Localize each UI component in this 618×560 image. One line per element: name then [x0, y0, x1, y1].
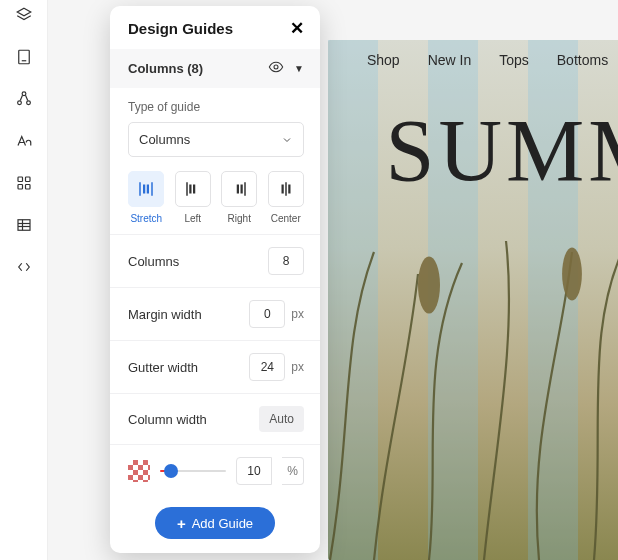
layers-icon[interactable]	[15, 6, 33, 28]
svg-rect-9	[18, 220, 30, 231]
svg-point-4	[26, 101, 30, 105]
svg-point-14	[562, 248, 582, 301]
column-width-value[interactable]: Auto	[259, 406, 304, 432]
opacity-unit: %	[282, 457, 304, 485]
tool-rail	[0, 0, 48, 560]
svg-rect-6	[25, 177, 30, 182]
guide-type-select[interactable]: Columns	[128, 122, 304, 157]
svg-point-3	[17, 101, 21, 105]
svg-point-2	[22, 92, 26, 96]
margin-row: Margin width px	[110, 287, 320, 340]
apps-icon[interactable]	[15, 174, 33, 196]
margin-input[interactable]	[249, 300, 285, 328]
svg-rect-21	[147, 185, 149, 194]
chevron-down-icon[interactable]: ▼	[294, 63, 304, 74]
close-icon[interactable]: ✕	[290, 20, 304, 37]
add-guide-label: Add Guide	[192, 516, 253, 531]
design-guides-panel: Design Guides ✕ Columns (8) ▼ Type of gu…	[110, 6, 320, 553]
section-label: Columns (8)	[128, 61, 203, 76]
code-icon[interactable]	[15, 258, 33, 280]
columns-label: Columns	[128, 254, 179, 269]
gutter-input[interactable]	[249, 353, 285, 381]
svg-rect-0	[18, 50, 29, 64]
hero-grass-art	[308, 240, 618, 560]
color-swatch[interactable]	[128, 460, 150, 482]
svg-rect-8	[25, 185, 30, 190]
plus-icon: +	[177, 516, 186, 531]
svg-point-13	[418, 256, 440, 313]
align-center[interactable]: Center	[268, 171, 305, 224]
svg-rect-29	[281, 185, 283, 194]
alignment-row: Stretch Left Right Center	[128, 171, 304, 224]
panel-title: Design Guides	[128, 20, 233, 37]
section-header[interactable]: Columns (8) ▼	[110, 49, 320, 88]
page-icon[interactable]	[15, 48, 33, 70]
nav-item[interactable]: Bottoms	[557, 52, 608, 68]
columns-row: Columns	[110, 234, 320, 287]
svg-rect-27	[241, 185, 243, 194]
gutter-unit: px	[291, 360, 304, 374]
column-width-label: Column width	[128, 412, 207, 427]
guide-type-value: Columns	[139, 132, 190, 147]
svg-rect-26	[237, 185, 239, 194]
align-right[interactable]: Right	[221, 171, 258, 224]
nav-item[interactable]: Tops	[499, 52, 529, 68]
columns-input[interactable]	[268, 247, 304, 275]
hero-nav: Shop New In Tops Bottoms Accesso	[328, 52, 618, 68]
visibility-icon[interactable]	[268, 59, 284, 78]
svg-rect-23	[189, 185, 191, 194]
opacity-row: %	[110, 444, 320, 497]
align-stretch[interactable]: Stretch	[128, 171, 165, 224]
nav-item[interactable]: Shop	[367, 52, 400, 68]
opacity-slider[interactable]	[160, 461, 226, 481]
opacity-input[interactable]	[236, 457, 272, 485]
svg-rect-24	[193, 185, 195, 194]
share-icon[interactable]	[15, 90, 33, 112]
svg-point-17	[274, 65, 278, 69]
nav-item[interactable]: New In	[428, 52, 472, 68]
svg-rect-20	[143, 185, 145, 194]
margin-label: Margin width	[128, 307, 202, 322]
table-icon[interactable]	[15, 216, 33, 238]
typography-icon[interactable]	[15, 132, 33, 154]
type-label: Type of guide	[128, 100, 304, 114]
gutter-label: Gutter width	[128, 360, 198, 375]
column-width-row: Column width Auto	[110, 393, 320, 444]
margin-unit: px	[291, 307, 304, 321]
align-left[interactable]: Left	[175, 171, 212, 224]
gutter-row: Gutter width px	[110, 340, 320, 393]
svg-rect-5	[18, 177, 23, 182]
hero-title: SUMM	[328, 100, 618, 201]
add-guide-button[interactable]: + Add Guide	[155, 507, 275, 539]
svg-rect-7	[18, 185, 23, 190]
hero-preview: Shop New In Tops Bottoms Accesso SUMM	[328, 40, 618, 560]
svg-rect-30	[288, 185, 290, 194]
